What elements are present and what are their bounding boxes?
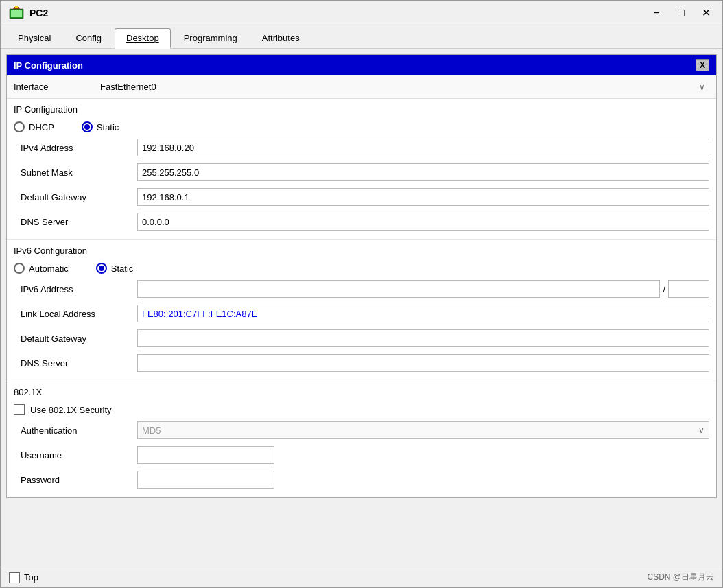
ipv4-section: IP Configuration DHCP Static IPv4 Addres… <box>7 99 716 240</box>
window-title: PC2 <box>29 8 648 19</box>
ipv6-auto-radio-circle <box>14 263 25 274</box>
dns-server-label: DNS Server <box>14 217 137 227</box>
static-radio[interactable]: Static <box>82 121 119 132</box>
ipv6-gateway-input[interactable] <box>137 329 709 347</box>
watermark: CSDN @日星月云 <box>647 572 714 583</box>
ipv6-dns-label: DNS Server <box>14 358 137 368</box>
ipv6-auto-label: Automatic <box>29 263 69 274</box>
ipv4-address-row: IPv4 Address <box>14 135 709 160</box>
dns-server-input[interactable] <box>137 213 709 231</box>
app-icon <box>9 5 24 21</box>
section-802-title: 802.1X <box>14 387 709 397</box>
ipv4-section-title: IP Configuration <box>14 104 709 115</box>
top-checkbox[interactable] <box>9 572 20 583</box>
tab-bar: Physical Config Desktop Programming Attr… <box>1 25 722 49</box>
title-bar: PC2 − □ ✕ <box>1 1 722 25</box>
ipv4-address-label: IPv4 Address <box>14 143 137 153</box>
interface-chevron: ∨ <box>699 82 705 92</box>
ipv4-address-input[interactable] <box>137 139 709 156</box>
top-checkbox-row: Top <box>9 572 38 583</box>
tab-desktop[interactable]: Desktop <box>115 28 171 49</box>
ipv6-slash: / <box>663 284 665 294</box>
subnet-mask-label: Subnet Mask <box>14 167 137 178</box>
ipv6-auto-radio[interactable]: Automatic <box>14 263 69 274</box>
static-label: Static <box>97 122 119 132</box>
static-radio-circle <box>82 121 93 132</box>
dhcp-label: DHCP <box>29 122 54 132</box>
svg-rect-1 <box>11 10 22 17</box>
ipv6-section: IPv6 Configuration Automatic Static IPv6… <box>7 240 716 381</box>
password-label: Password <box>14 475 137 485</box>
tab-config[interactable]: Config <box>64 28 113 48</box>
tab-attributes[interactable]: Attributes <box>250 28 311 48</box>
ipv6-dns-row: DNS Server <box>14 351 709 375</box>
default-gateway-input[interactable] <box>137 188 709 206</box>
svg-rect-3 <box>15 6 18 8</box>
password-row: Password <box>14 467 709 492</box>
use-802-row: Use 802.1X Security <box>14 401 709 418</box>
interface-label: Interface <box>14 82 96 92</box>
auth-label: Authentication <box>14 425 137 436</box>
ipv6-gateway-row: Default Gateway <box>14 326 709 351</box>
ipv6-section-title: IPv6 Configuration <box>14 246 709 256</box>
interface-select[interactable]: FastEthernet0 ∨ <box>96 80 709 94</box>
ipv6-gateway-label: Default Gateway <box>14 333 137 344</box>
default-gateway-label: Default Gateway <box>14 192 137 202</box>
window: PC2 − □ ✕ Physical Config Desktop Progra… <box>0 0 723 588</box>
ip-config-bar: IP Configuration X <box>7 55 716 75</box>
content-area: IP Configuration X Interface FastEtherne… <box>1 49 722 567</box>
window-controls: − □ ✕ <box>648 5 714 21</box>
ipv6-address-row: IPv6 Address / <box>14 277 709 301</box>
ipv6-prefix-input[interactable] <box>668 280 709 298</box>
ipv6-dns-input[interactable] <box>137 354 709 372</box>
ipv6-static-radio-circle <box>96 263 107 274</box>
dhcp-radio-circle <box>14 121 25 132</box>
tab-physical[interactable]: Physical <box>6 28 62 48</box>
tab-programming[interactable]: Programming <box>172 28 249 48</box>
dhcp-radio[interactable]: DHCP <box>14 121 54 132</box>
ipv6-static-radio[interactable]: Static <box>96 263 134 274</box>
main-panel: IP Configuration X Interface FastEtherne… <box>6 54 717 498</box>
default-gateway-row: Default Gateway <box>14 185 709 209</box>
ipv6-radio-row: Automatic Static <box>14 260 709 277</box>
username-input[interactable] <box>137 446 274 464</box>
bottom-bar: Top CSDN @日星月云 <box>1 567 722 587</box>
ip-config-title: IP Configuration <box>14 60 83 71</box>
close-button[interactable]: ✕ <box>698 5 714 21</box>
subnet-mask-row: Subnet Mask <box>14 160 709 185</box>
link-local-label: Link Local Address <box>14 309 137 319</box>
link-local-row: Link Local Address <box>14 301 709 326</box>
auth-select[interactable]: MD5 ∨ <box>137 421 709 439</box>
auth-chevron: ∨ <box>698 425 704 435</box>
maximize-button[interactable]: □ <box>673 5 689 21</box>
ipv6-address-label: IPv6 Address <box>14 284 137 294</box>
ipv6-address-inputs: / <box>137 280 709 298</box>
auth-value: MD5 <box>142 425 161 436</box>
ipv6-address-input[interactable] <box>137 280 660 298</box>
link-local-input[interactable] <box>137 305 709 322</box>
interface-value: FastEthernet0 <box>100 82 156 92</box>
use-802-checkbox[interactable] <box>14 404 25 415</box>
ip-config-close-button[interactable]: X <box>696 59 709 71</box>
dns-server-row: DNS Server <box>14 209 709 234</box>
top-label: Top <box>24 572 38 583</box>
username-label: Username <box>14 450 137 460</box>
minimize-button[interactable]: − <box>648 5 665 21</box>
password-input[interactable] <box>137 471 274 489</box>
use-802-label: Use 802.1X Security <box>30 405 112 415</box>
ipv6-static-label: Static <box>111 263 134 274</box>
interface-row: Interface FastEthernet0 ∨ <box>7 75 716 99</box>
ipv4-radio-row: DHCP Static <box>14 119 709 135</box>
username-row: Username <box>14 443 709 467</box>
auth-row: Authentication MD5 ∨ <box>14 418 709 443</box>
subnet-mask-input[interactable] <box>137 163 709 181</box>
section-802: 802.1X Use 802.1X Security Authenticatio… <box>7 381 716 497</box>
